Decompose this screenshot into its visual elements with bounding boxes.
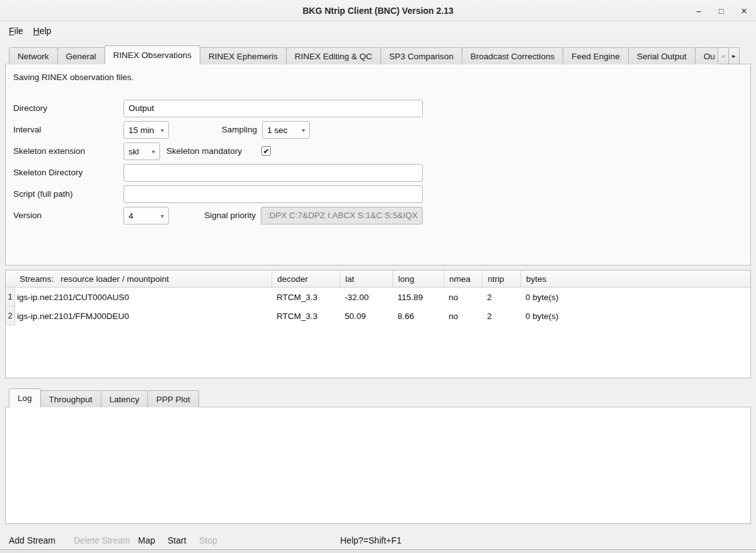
map-button[interactable]: Map <box>138 535 155 545</box>
column-header-nmea[interactable]: nmea <box>444 271 482 288</box>
rinex-observations-pane: Saving RINEX observation files. Director… <box>5 64 751 265</box>
streams-header-label: Streams: resource loader / mountpoint <box>6 271 272 288</box>
window-bottom-edge <box>0 549 756 553</box>
streams-table: Streams: resource loader / mountpoint de… <box>5 270 751 378</box>
stream-ntrip: 2 <box>482 288 520 306</box>
skeleton-directory-input[interactable] <box>123 164 423 182</box>
help-shortcut-hint: Help?=Shift+F1 <box>340 535 401 545</box>
skeleton-mandatory-checkbox[interactable]: ✔ <box>261 146 271 156</box>
directory-label: Directory <box>13 100 47 117</box>
window-controls: – □ ✕ <box>692 0 751 21</box>
table-row[interactable]: 2 igs-ip.net:2101/FFMJ00DEU0 RTCM_3.3 50… <box>6 306 750 325</box>
stream-lat: 50.09 <box>340 306 392 325</box>
sampling-value: 1 sec <box>267 125 287 135</box>
stream-decoder: RTCM_3.3 <box>272 288 340 306</box>
column-header-bytes[interactable]: bytes <box>520 271 750 288</box>
sampling-select[interactable]: 1 sec ▾ <box>262 121 310 139</box>
minimize-icon[interactable]: – <box>692 4 706 18</box>
chevron-down-icon: ▾ <box>161 212 164 219</box>
stream-mountpoint: igs-ip.net:2101/CUT000AUS0 <box>15 288 272 306</box>
tab-scroll-left-icon[interactable]: ◂ <box>718 47 729 64</box>
menu-help[interactable]: Help <box>28 24 57 38</box>
menu-file[interactable]: File <box>4 24 28 38</box>
stream-mountpoint: igs-ip.net:2101/FFMJ00DEU0 <box>15 306 272 325</box>
tab-scroll-right-icon[interactable]: ▸ <box>728 47 740 64</box>
delete-stream-button: Delete Stream <box>74 535 130 545</box>
tab-general[interactable]: General <box>57 47 105 64</box>
app-window: BKG Ntrip Client (BNC) Version 2.13 – □ … <box>0 0 756 553</box>
row-number: 1 <box>6 288 15 306</box>
tab-serial-output[interactable]: Serial Output <box>628 47 696 64</box>
column-header-ntrip[interactable]: ntrip <box>482 271 520 288</box>
version-label: Version <box>13 207 42 224</box>
stream-long: 8.66 <box>392 306 444 325</box>
stop-button: Stop <box>199 535 217 545</box>
sampling-label: Sampling <box>182 121 257 139</box>
bottom-button-bar: Add Stream Delete Stream Map Start Stop … <box>0 532 756 549</box>
interval-value: 15 min <box>129 125 154 135</box>
stream-lat: -32.00 <box>340 288 392 306</box>
tab-ppp-plot[interactable]: PPP Plot <box>147 390 199 407</box>
skeleton-extension-value: skl <box>129 147 139 156</box>
interval-select[interactable]: 15 min ▾ <box>123 121 169 139</box>
stream-nmea: no <box>444 306 482 325</box>
tab-rinex-ephemeris[interactable]: RINEX Ephemeris <box>200 47 287 64</box>
skeleton-extension-label: Skeleton extension <box>13 143 85 160</box>
tab-outages-truncated[interactable]: Ou <box>695 47 719 64</box>
table-row[interactable]: 1 igs-ip.net:2101/CUT000AUS0 RTCM_3.3 -3… <box>6 288 750 306</box>
tab-feed-engine[interactable]: Feed Engine <box>563 47 629 64</box>
signal-priority-input: :DPX C:7&DPZ I:ABCX S:1&C S:5&IQX <box>261 207 423 224</box>
tab-sp3-comparison[interactable]: SP3 Comparison <box>381 47 462 64</box>
skeleton-mandatory-label: Skeleton mandatory <box>166 143 242 160</box>
version-select[interactable]: 4 ▾ <box>123 207 169 224</box>
column-header-lat[interactable]: lat <box>340 271 392 288</box>
window-title: BKG Ntrip Client (BNC) Version 2.13 <box>302 6 454 16</box>
skeleton-extension-select[interactable]: skl ▾ <box>123 143 160 160</box>
tab-throughput[interactable]: Throughput <box>40 390 101 407</box>
column-header-long[interactable]: long <box>392 271 444 288</box>
stream-long: 115.89 <box>392 288 444 306</box>
close-icon[interactable]: ✕ <box>737 4 751 18</box>
stream-bytes: 0 byte(s) <box>520 288 750 306</box>
start-button[interactable]: Start <box>168 535 186 545</box>
tab-log[interactable]: Log <box>9 388 41 407</box>
streams-table-header: Streams: resource loader / mountpoint de… <box>6 271 750 288</box>
tab-rinex-observations[interactable]: RINEX Observations <box>105 45 201 64</box>
tab-rinex-editing-qc[interactable]: RINEX Editing & QC <box>286 47 381 64</box>
directory-input[interactable]: Output <box>123 100 423 117</box>
main-tab-bar: Network General RINEX Observations RINEX… <box>9 46 751 64</box>
chevron-down-icon: ▾ <box>161 127 164 134</box>
column-header-decoder[interactable]: decoder <box>272 271 340 288</box>
script-label: Script (full path) <box>13 185 73 203</box>
tab-network[interactable]: Network <box>9 47 58 64</box>
tab-broadcast-corrections[interactable]: Broadcast Corrections <box>462 47 564 64</box>
stream-bytes: 0 byte(s) <box>520 306 750 325</box>
stream-nmea: no <box>444 288 482 306</box>
add-stream-button[interactable]: Add Stream <box>9 535 55 545</box>
stream-ntrip: 2 <box>482 306 520 325</box>
chevron-down-icon: ▾ <box>302 127 305 134</box>
log-output-area[interactable] <box>5 407 751 524</box>
version-value: 4 <box>129 211 134 221</box>
script-input[interactable] <box>123 185 423 203</box>
log-tab-bar: Log Throughput Latency PPP Plot <box>9 389 198 407</box>
checkmark-icon: ✔ <box>263 148 269 155</box>
pane-description: Saving RINEX observation files. <box>13 73 134 82</box>
signal-priority-label: Signal priority <box>182 207 256 224</box>
chevron-down-icon: ▾ <box>152 148 155 155</box>
tab-latency[interactable]: Latency <box>101 390 148 407</box>
row-number: 2 <box>6 306 15 325</box>
title-bar: BKG Ntrip Client (BNC) Version 2.13 – □ … <box>0 0 756 21</box>
skeleton-directory-label: Skeleton Directory <box>13 164 83 182</box>
stream-decoder: RTCM_3.3 <box>272 306 340 325</box>
interval-label: Interval <box>13 121 41 139</box>
maximize-icon[interactable]: □ <box>714 4 728 18</box>
menu-bar: File Help <box>0 22 756 39</box>
